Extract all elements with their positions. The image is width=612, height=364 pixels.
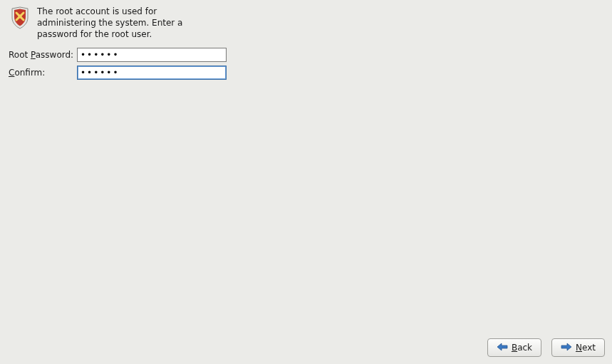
root-password-label: Root Password: <box>9 50 73 60</box>
svg-point-0 <box>19 15 22 19</box>
next-button[interactable]: Next <box>551 338 605 357</box>
arrow-left-icon <box>497 343 508 353</box>
back-button[interactable]: Back <box>487 338 541 357</box>
arrow-right-icon <box>561 343 572 353</box>
root-password-input[interactable] <box>77 48 227 62</box>
confirm-password-input[interactable] <box>77 66 227 80</box>
root-shield-icon <box>9 6 31 29</box>
back-button-label: Back <box>512 343 532 353</box>
header-description: The root account is used for administeri… <box>37 6 215 41</box>
next-button-label: Next <box>576 343 596 353</box>
confirm-password-label: Confirm: <box>9 68 73 78</box>
